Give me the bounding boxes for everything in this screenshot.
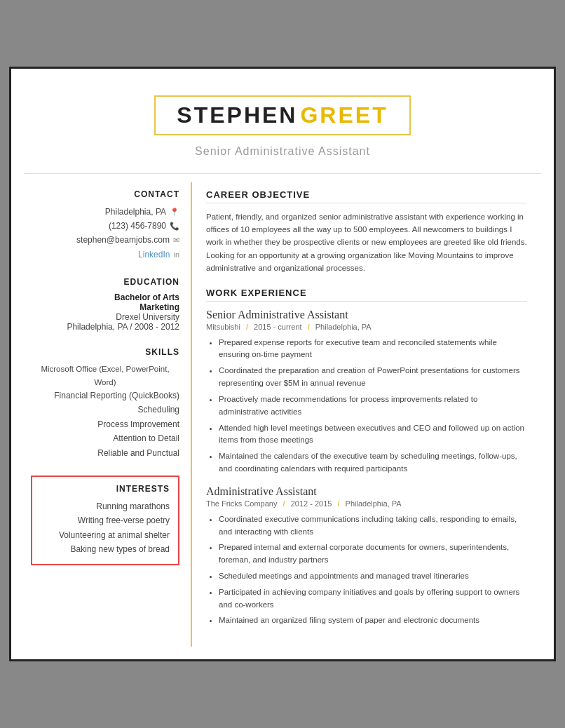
- job-2-meta: The Fricks Company / 2012 - 2015 / Phila…: [206, 499, 527, 508]
- job-1-location: Philadelphia, PA: [315, 323, 372, 331]
- sep2: /: [308, 323, 310, 331]
- job-2-bullet-4: Participated in achieving company initia…: [219, 586, 527, 612]
- job-2-bullet-2: Prepared internal and external corporate…: [219, 541, 527, 567]
- interests-title: INTERESTS: [41, 484, 170, 494]
- email-text: stephen@beamjobs.com: [76, 233, 170, 247]
- sep1: /: [246, 323, 248, 331]
- phone-icon: 📞: [170, 220, 179, 233]
- name-box: STEPHEN GREET: [154, 95, 410, 135]
- skill-4: Process Improvement: [31, 417, 179, 431]
- contact-email: stephen@beamjobs.com ✉: [31, 233, 179, 247]
- interest-3: Volunteering at animal shelter: [41, 528, 170, 542]
- sep4: /: [337, 499, 339, 508]
- education-title: EDUCATION: [31, 277, 179, 287]
- career-objective-section: CAREER OBJECTIVE Patient, friendly, and …: [206, 189, 527, 275]
- job-1-bullet-5: Maintained the calendars of the executiv…: [219, 450, 527, 476]
- education-section: EDUCATION Bachelor of Arts Marketing Dre…: [31, 277, 179, 332]
- career-objective-title: CAREER OBJECTIVE: [206, 189, 527, 203]
- sep3: /: [283, 499, 285, 508]
- job-2-title: Administrative Assistant: [206, 485, 527, 498]
- skill-5: Attention to Detail: [31, 431, 179, 445]
- last-name: GREET: [300, 102, 388, 128]
- city-text: Philadelphia, PA: [105, 205, 166, 219]
- edu-university: Drexel University: [31, 312, 179, 322]
- interest-4: Baking new types of bread: [41, 542, 170, 556]
- job-2-bullet-1: Coordinated executive communications inc…: [219, 513, 527, 539]
- contact-section: CONTACT Philadelphia, PA 📍 (123) 456-789…: [31, 189, 179, 262]
- resume-container: STEPHEN GREET Senior Administrative Assi…: [9, 67, 556, 662]
- sidebar: CONTACT Philadelphia, PA 📍 (123) 456-789…: [24, 182, 192, 647]
- job-2-bullets: Coordinated executive communications inc…: [206, 513, 527, 628]
- job-1-bullet-1: Prepared expense reports for executive t…: [219, 337, 527, 362]
- job-2-bullet-5: Maintained an organized filing system of…: [219, 614, 527, 627]
- header-divider: [24, 173, 541, 174]
- work-experience-section: WORK EXPERIENCE Senior Administrative As…: [206, 288, 527, 628]
- job-2-location: Philadelphia, PA: [346, 499, 402, 508]
- phone-text: (123) 456-7890: [109, 219, 166, 233]
- location-icon: 📍: [170, 205, 179, 219]
- job-1-years: 2015 - current: [254, 323, 301, 331]
- linkedin-link[interactable]: LinkedIn: [138, 248, 170, 262]
- job-1: Senior Administrative Assistant Mitsubis…: [206, 309, 527, 476]
- first-name: STEPHEN: [177, 102, 297, 128]
- edu-location-years: Philadelphia, PA / 2008 - 2012: [31, 322, 179, 332]
- email-icon: ✉: [173, 234, 179, 247]
- edu-slash: /: [130, 322, 135, 332]
- job-1-bullets: Prepared expense reports for executive t…: [206, 337, 527, 476]
- edu-degree: Bachelor of Arts: [31, 292, 179, 302]
- job-2-bullet-3: Scheduled meetings and appointments and …: [219, 570, 527, 583]
- job-2-company: The Fricks Company: [206, 499, 277, 508]
- skill-1: Microsoft Office (Excel, PowerPoint, Wor…: [31, 363, 179, 389]
- skills-title: SKILLS: [31, 347, 179, 357]
- skill-3: Scheduling: [31, 403, 179, 417]
- job-1-title: Senior Administrative Assistant: [206, 309, 527, 321]
- contact-phone: (123) 456-7890 📞: [31, 219, 179, 233]
- body-layout: CONTACT Philadelphia, PA 📍 (123) 456-789…: [24, 182, 541, 647]
- main-content: CAREER OBJECTIVE Patient, friendly, and …: [192, 182, 541, 647]
- edu-years: 2008 - 2012: [135, 322, 179, 332]
- skills-section: SKILLS Microsoft Office (Excel, PowerPoi…: [31, 347, 179, 460]
- interest-2: Writing free-verse poetry: [41, 513, 170, 527]
- job-1-company: Mitsubishi: [206, 323, 240, 331]
- interest-1: Running marathons: [41, 499, 170, 513]
- work-experience-title: WORK EXPERIENCE: [206, 288, 527, 302]
- job-1-bullet-3: Proactively made recommendations for pro…: [219, 393, 527, 419]
- skill-6: Reliable and Punctual: [31, 446, 179, 460]
- interests-box: INTERESTS Running marathons Writing free…: [31, 476, 179, 565]
- job-subtitle: Senior Administrative Assistant: [24, 145, 541, 158]
- header-section: STEPHEN GREET Senior Administrative Assi…: [24, 81, 541, 165]
- job-2-years: 2012 - 2015: [291, 499, 332, 508]
- job-2: Administrative Assistant The Fricks Comp…: [206, 485, 527, 628]
- job-1-bullet-2: Coordinated the preparation and creation…: [219, 365, 527, 390]
- edu-major: Marketing: [31, 302, 179, 312]
- contact-title: CONTACT: [31, 189, 179, 199]
- job-1-bullet-4: Attended high level meetings between exe…: [219, 422, 527, 447]
- skill-2: Financial Reporting (QuickBooks): [31, 389, 179, 403]
- job-1-meta: Mitsubishi / 2015 - current / Philadelph…: [206, 323, 527, 331]
- career-objective-text: Patient, friendly, and organized senior …: [206, 210, 527, 275]
- linkedin-icon: in: [173, 248, 179, 262]
- contact-linkedin[interactable]: LinkedIn in: [31, 248, 179, 262]
- contact-city: Philadelphia, PA 📍: [31, 205, 179, 219]
- edu-location: Philadelphia, PA: [67, 322, 128, 332]
